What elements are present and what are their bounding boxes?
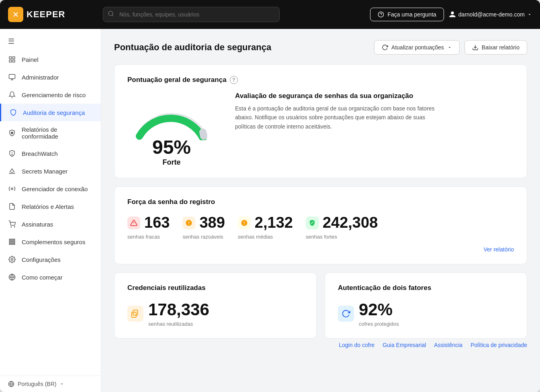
sidebar-item-configuracoes[interactable]: Configurações — [0, 251, 101, 268]
language-selector[interactable]: Português (BR) — [0, 376, 101, 392]
strong-count: 242,308 — [323, 214, 378, 231]
svg-rect-18 — [9, 239, 10, 240]
medium-passwords-item: 2,132 senhas médias — [238, 214, 293, 240]
como-comecar-icon — [8, 273, 16, 281]
footer-link-login-cofre[interactable]: Login do cofre — [339, 342, 374, 348]
refresh-scores-button[interactable]: Atualizar pontuações — [374, 40, 460, 55]
sidebar-item-como-comecar[interactable]: Como começar — [0, 268, 101, 286]
svg-point-16 — [11, 227, 12, 227]
strong-label: senhas fortes — [306, 234, 337, 240]
secrets-manager-icon — [8, 167, 16, 175]
fair-passwords-item: 389 senhas razoáveis — [182, 214, 225, 240]
svg-point-27 — [11, 259, 13, 261]
svg-rect-24 — [9, 243, 10, 245]
svg-rect-23 — [14, 241, 15, 243]
search-input[interactable] — [103, 7, 280, 22]
reused-credentials-title: Credenciais reutilizadas — [127, 284, 303, 292]
sidebar-item-painel-label: Painel — [22, 56, 39, 63]
auditoria-seguranca-icon — [9, 108, 17, 116]
main-content: Pontuação de auditoria de segurança Atua… — [101, 29, 540, 392]
configuracoes-icon — [8, 255, 16, 263]
footer-link-assistencia[interactable]: Assistência — [434, 342, 462, 348]
user-menu-button[interactable]: darnold@acme-demo.com — [449, 11, 532, 18]
footer-link-politica-privacidade[interactable]: Política de privacidade — [470, 342, 527, 348]
gauge-value: 95% — [152, 136, 191, 158]
svg-point-15 — [11, 188, 13, 190]
sidebar-item-como-comecar-label: Como começar — [22, 274, 63, 281]
svg-line-2 — [112, 15, 113, 16]
svg-point-12 — [11, 132, 13, 134]
svg-point-17 — [14, 227, 15, 227]
sidebar-item-administrador[interactable]: Administrador — [0, 68, 101, 86]
assinaturas-icon — [8, 220, 16, 228]
sidebar-item-gerenciamento-risco[interactable]: Gerenciamento de risco — [0, 86, 101, 104]
footer-link-guia-empresarial[interactable]: Guia Empresarial — [382, 342, 426, 348]
strong-passwords-item: 242,308 senhas fortes — [306, 214, 378, 240]
gauge-svg — [131, 92, 212, 140]
sidebar-item-auditoria-seguranca[interactable]: Auditoria de segurança — [0, 104, 101, 121]
fair-label: senhas razoáveis — [182, 234, 223, 240]
gerenciador-conexao-icon — [8, 185, 16, 193]
svg-rect-9 — [9, 74, 15, 79]
reused-icon — [127, 306, 143, 322]
search-bar[interactable] — [103, 7, 280, 22]
two-factor-label: cofres protegidos — [359, 321, 399, 327]
hamburger-menu[interactable]: ☰ — [0, 32, 101, 51]
topbar-right: Faça uma pergunta darnold@acme-demo.com — [370, 8, 532, 21]
svg-rect-22 — [12, 241, 13, 243]
sidebar-item-complementos-seguros[interactable]: Complementos seguros — [0, 233, 101, 251]
medium-label: senhas médias — [238, 234, 273, 240]
svg-rect-25 — [12, 243, 13, 245]
sidebar-item-administrador-label: Administrador — [22, 74, 59, 81]
svg-rect-8 — [9, 60, 11, 62]
complementos-seguros-icon — [8, 238, 16, 246]
help-icon[interactable]: ? — [230, 76, 238, 84]
sidebar-item-breachwatch[interactable]: BreachWatch — [0, 145, 101, 162]
sidebar-item-gerenciador-conexao-label: Gerenciador de conexão — [22, 186, 88, 192]
sidebar-item-relatorios-conformidade[interactable]: Relatórios de conformidade — [0, 121, 101, 145]
two-factor-icon — [338, 306, 354, 322]
two-factor-percentage: 92% — [359, 300, 399, 319]
password-strength-title: Força da senha do registro — [127, 198, 514, 206]
sidebar-item-secrets-manager[interactable]: Secrets Manager — [0, 162, 101, 180]
administrador-icon — [8, 73, 16, 81]
svg-rect-21 — [9, 241, 10, 243]
ask-question-button[interactable]: Faça uma pergunta — [370, 8, 444, 21]
weak-count: 163 — [144, 214, 170, 231]
security-score-title: Pontuação geral de segurança ? — [127, 76, 514, 84]
ask-question-label: Faça uma pergunta — [387, 11, 436, 18]
sidebar-item-configuracoes-label: Configurações — [22, 256, 61, 263]
main-layout: ☰ Painel Administrador Gerenci — [0, 29, 540, 392]
medium-count: 2,132 — [255, 214, 293, 231]
weak-password-icon — [127, 216, 140, 229]
sidebar-item-painel[interactable]: Painel — [0, 51, 101, 68]
sidebar-item-complementos-seguros-label: Complementos seguros — [22, 239, 85, 245]
sidebar-item-assinaturas[interactable]: Assinaturas — [0, 215, 101, 233]
weak-label: senhas fracas — [127, 234, 160, 240]
security-score-card: Pontuação geral de segurança ? 95 — [114, 64, 527, 178]
sidebar-item-gerenciador-conexao[interactable]: Gerenciador de conexão — [0, 180, 101, 198]
strong-password-icon — [306, 216, 319, 229]
page-actions: Atualizar pontuações Baixar relatório — [374, 40, 527, 55]
sidebar-item-relatorios-alertas[interactable]: Relatórios e Alertas — [0, 198, 101, 215]
download-report-label: Baixar relatório — [482, 44, 520, 51]
two-factor-card: Autenticação de dois fatores 92% cofres … — [325, 272, 527, 339]
svg-rect-19 — [12, 239, 13, 240]
svg-rect-6 — [13, 57, 15, 59]
sidebar-item-gerenciamento-risco-label: Gerenciamento de risco — [22, 92, 86, 98]
svg-rect-26 — [14, 243, 15, 245]
logo-text: KEEPER — [27, 9, 65, 20]
download-report-button[interactable]: Baixar relatório — [464, 40, 527, 55]
view-report-link[interactable]: Ver relatório — [127, 246, 514, 253]
sidebar: ☰ Painel Administrador Gerenci — [0, 29, 101, 392]
two-factor-title: Autenticação de dois fatores — [338, 284, 514, 292]
keeper-logo-icon — [8, 7, 23, 22]
two-factor-stat: 92% cofres protegidos — [338, 300, 514, 327]
sidebar-item-secrets-manager-label: Secrets Manager — [22, 168, 68, 175]
score-card-content: 95% Forte Avaliação de segurança de senh… — [127, 92, 514, 167]
svg-point-14 — [12, 154, 12, 155]
sidebar-item-assinaturas-label: Assinaturas — [22, 221, 53, 228]
sidebar-item-breachwatch-label: BreachWatch — [22, 150, 57, 157]
svg-rect-7 — [13, 60, 15, 62]
reused-count: 178,336 — [148, 300, 209, 319]
